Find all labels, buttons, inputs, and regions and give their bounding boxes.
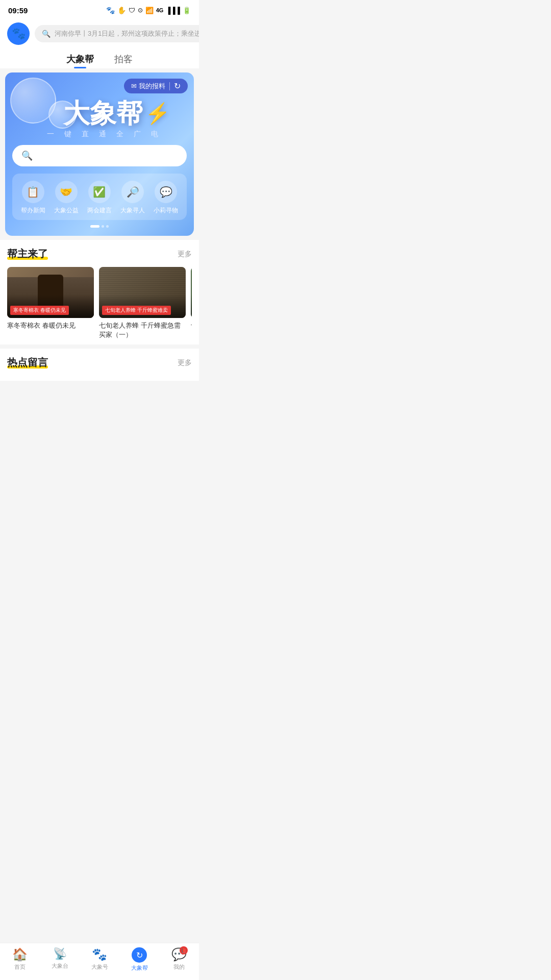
bangban-icon: 📋: [22, 181, 44, 203]
hand-icon: ✋: [117, 6, 126, 14]
xiaoli-icon: 💬: [155, 181, 177, 203]
news-card-3[interactable]: 大象帮助 七旬老...: [191, 267, 192, 339]
hot-comments-title: 热点留言: [7, 356, 48, 370]
xunren-icon: 🔎: [121, 181, 144, 203]
dot-1: [90, 225, 99, 228]
my-report-label: ✉ 我的报料: [131, 82, 165, 91]
news-card-img-1: 寒冬寄棉衣 春暖仍未见: [7, 267, 94, 318]
bottom-spacer: [0, 385, 199, 426]
dot-3: [106, 225, 109, 228]
tab-daxiangbang[interactable]: 大象帮: [66, 53, 94, 68]
card2-tag-text: 七旬老人养蜂 千斤蜂蜜难卖: [102, 306, 171, 315]
news-cards-list: 寒冬寄棉衣 春暖仍未见 寒冬寄棉衣 春暖仍未见 七旬老人养蜂 千斤蜂蜜难卖 七旬…: [7, 267, 192, 339]
banner-section: ✉ 我的报料 ↻ 大象帮 ⚡ 一 键 直 通 全 广 电 🔍 📋 帮办新闻 🤝 …: [5, 72, 194, 236]
status-icons: 🐾 ✋ 🛡 ⊙ 📶 4G ▐▐▐ 🔋: [106, 6, 191, 14]
hot-comments-section: 热点留言 更多: [0, 349, 199, 381]
news-card-2[interactable]: 七旬老人养蜂 千斤蜂蜜难卖 七旬老人养蜂 千斤蜂蜜急需买家（一）: [99, 267, 186, 339]
dots-indicator: [12, 225, 187, 228]
gongy-icon: 🤝: [55, 181, 78, 203]
news-card-img-2: 七旬老人养蜂 千斤蜂蜜难卖: [99, 267, 186, 318]
divider: [169, 82, 170, 90]
signal-icon: ⊙: [138, 7, 143, 14]
news-card-1[interactable]: 寒冬寄棉衣 春暖仍未见 寒冬寄棉衣 春暖仍未见: [7, 267, 94, 339]
status-bar: 09:59 🐾 ✋ 🛡 ⊙ 📶 4G ▐▐▐ 🔋: [0, 0, 199, 18]
news-card-img-3: 大象帮助: [191, 267, 192, 318]
tab-phaike[interactable]: 拍客: [114, 53, 133, 68]
card2-tag-overlay: 七旬老人养蜂 千斤蜂蜜难卖: [99, 295, 186, 318]
icon-gongy[interactable]: 🤝 大象公益: [53, 181, 80, 215]
search-bar[interactable]: 🔍 河南你早丨3月1日起，郑州这项政策停止；乘坐进...: [35, 25, 199, 42]
banner-main-title: 大象帮 ⚡: [63, 100, 187, 127]
app-logo[interactable]: 🐾: [7, 22, 30, 45]
bangzhu-title: 帮主来了: [7, 247, 48, 261]
card2-title: 七旬老人养蜂 千斤蜂蜜急需买家（一）: [99, 321, 186, 339]
bangzhu-section: 帮主来了 更多 寒冬寄棉衣 春暖仍未见 寒冬寄棉衣 春暖仍未见 七旬老人养: [0, 240, 199, 345]
shield-icon: 🛡: [129, 7, 135, 14]
bubble-large: [10, 78, 56, 124]
status-time: 09:59: [8, 6, 28, 15]
envelope-icon: ✉: [131, 82, 137, 90]
bangzhu-title-wrap: 帮主来了: [7, 247, 48, 261]
search-placeholder-text: 河南你早丨3月1日起，郑州这项政策停止；乘坐进...: [55, 29, 199, 38]
wifi-icon: 📶: [145, 7, 154, 14]
banner-icons-row: 📋 帮办新闻 🤝 大象公益 ✅ 两会建言 🔎 大象寻人 💬 小莉寻物: [12, 174, 187, 220]
my-report-button[interactable]: ✉ 我的报料 ↻: [124, 79, 188, 93]
icon-xiaoli[interactable]: 💬 小莉寻物: [153, 181, 179, 215]
card1-tag-text: 寒冬寄棉衣 春暖仍未见: [10, 306, 69, 315]
hot-comments-more[interactable]: 更多: [178, 358, 192, 368]
dot-2: [102, 225, 104, 228]
hot-comments-title-wrap: 热点留言: [7, 356, 48, 370]
refresh-icon[interactable]: ↻: [174, 81, 181, 91]
banner-search[interactable]: 🔍: [12, 145, 187, 166]
liangh-icon: ✅: [88, 181, 111, 203]
paw-icon: 🐾: [106, 6, 115, 14]
card3-tag-overlay: 大象帮助: [191, 295, 192, 318]
battery-icon: 🔋: [183, 7, 191, 14]
main-tabs: 大象帮 拍客: [0, 50, 199, 68]
banner-title-area: 大象帮 ⚡: [63, 100, 187, 127]
banner-search-icon: 🔍: [21, 150, 33, 161]
icon-bangban[interactable]: 📋 帮办新闻: [20, 181, 46, 215]
hot-comments-header: 热点留言 更多: [7, 356, 192, 370]
card3-title: 七旬老...: [191, 321, 192, 330]
logo-paw-icon: 🐾: [12, 27, 26, 40]
banner-subtitle: 一 键 直 通 全 广 电: [22, 130, 187, 139]
search-icon: 🔍: [42, 30, 51, 38]
network-4g-icon: 4G: [156, 7, 164, 13]
card1-tag-overlay: 寒冬寄棉衣 春暖仍未见: [7, 295, 94, 318]
icon-liangh[interactable]: ✅ 两会建言: [86, 181, 113, 215]
bangzhu-header: 帮主来了 更多: [7, 247, 192, 261]
card1-title: 寒冬寄棉衣 春暖仍未见: [7, 321, 94, 330]
bars-icon: ▐▐▐: [166, 7, 180, 14]
header: 🐾 🔍 河南你早丨3月1日起，郑州这项政策停止；乘坐进...: [0, 18, 199, 50]
icon-xunren[interactable]: 🔎 大象寻人: [119, 181, 146, 215]
lightning-icon: ⚡: [145, 103, 170, 124]
bangzhu-more[interactable]: 更多: [178, 250, 192, 259]
